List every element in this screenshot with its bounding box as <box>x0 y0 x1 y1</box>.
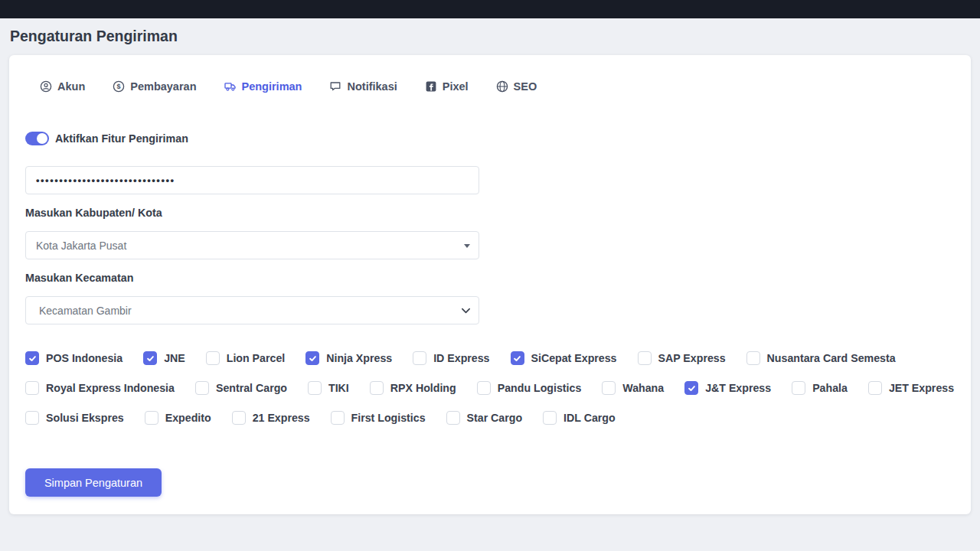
caret-down-icon <box>464 244 470 248</box>
checkbox-icon <box>331 411 345 425</box>
tab-label: Akun <box>57 80 85 93</box>
courier-checkbox-item[interactable]: POS Indonesia <box>25 351 122 365</box>
courier-label: Expedito <box>165 412 211 424</box>
page-title: Pengaturan Pengiriman <box>0 18 980 55</box>
courier-checkbox-item[interactable]: SiCepat Express <box>511 351 617 365</box>
courier-label: SiCepat Express <box>531 352 617 364</box>
courier-label: ID Express <box>433 352 489 364</box>
courier-checkbox-item[interactable]: 21 Express <box>232 411 310 425</box>
checkbox-icon <box>25 351 39 365</box>
courier-label: Star Cargo <box>467 412 523 424</box>
courier-label: SAP Express <box>658 352 726 364</box>
courier-checkbox-item[interactable]: SAP Express <box>638 351 726 365</box>
checkbox-icon <box>143 351 157 365</box>
courier-label: Lion Parcel <box>227 352 285 364</box>
courier-label: Nusantara Card Semesta <box>767 352 896 364</box>
tab-akun[interactable]: Akun <box>40 80 85 93</box>
courier-label: Ninja Xpress <box>326 352 392 364</box>
courier-checkbox-item[interactable]: Solusi Ekspres <box>25 411 124 425</box>
courier-checkbox-item[interactable]: Lion Parcel <box>206 351 285 365</box>
courier-label: Pahala <box>812 382 848 394</box>
checkbox-icon <box>446 411 460 425</box>
shipping-feature-toggle[interactable] <box>25 132 49 145</box>
tab-pengiriman[interactable]: Pengiriman <box>224 80 302 93</box>
courier-checkbox-item[interactable]: JET Express <box>868 381 954 395</box>
checkbox-icon <box>370 381 384 395</box>
district-select-value: Kecamatan Gambir <box>39 305 132 317</box>
checkbox-icon <box>305 351 319 365</box>
globe-icon <box>496 80 508 93</box>
courier-checkbox-item[interactable]: Star Cargo <box>446 411 523 425</box>
courier-row: Royal Express Indonesia Sentral Cargo TI… <box>25 381 955 395</box>
courier-checkbox-group: POS Indonesia JNE Lion Parcel Ninja Xpre… <box>25 351 955 425</box>
city-label: Masukan Kabupaten/ Kota <box>25 207 955 219</box>
courier-label: J&T Express <box>705 382 771 394</box>
courier-label: POS Indonesia <box>46 352 122 364</box>
tab-label: Notifikasi <box>347 80 397 93</box>
tab-label: SEO <box>514 80 537 93</box>
top-bar <box>0 0 980 18</box>
courier-label: RPX Holding <box>390 382 456 394</box>
courier-row: POS Indonesia JNE Lion Parcel Ninja Xpre… <box>25 351 955 365</box>
courier-checkbox-item[interactable]: Royal Express Indonesia <box>25 381 175 395</box>
courier-checkbox-item[interactable]: TIKI <box>308 381 349 395</box>
courier-label: Royal Express Indonesia <box>46 382 175 394</box>
courier-checkbox-item[interactable]: Expedito <box>145 411 211 425</box>
facebook-icon <box>425 80 437 93</box>
checkbox-icon <box>746 351 760 365</box>
checkbox-icon <box>25 381 39 395</box>
district-label: Masukan Kecamatan <box>25 272 955 284</box>
tab-label: Pembayaran <box>130 80 196 93</box>
checkbox-icon <box>145 411 158 425</box>
api-key-input[interactable] <box>25 166 479 194</box>
courier-checkbox-item[interactable]: JNE <box>143 351 185 365</box>
settings-card: Akun $ Pembayaran Pengiriman Notifikasi … <box>9 55 971 514</box>
courier-label: 21 Express <box>253 412 310 424</box>
checkbox-icon <box>25 411 39 425</box>
checkbox-icon <box>638 351 652 365</box>
checkbox-icon <box>308 381 322 395</box>
tab-seo[interactable]: SEO <box>496 80 537 93</box>
checkbox-icon <box>602 381 616 395</box>
checkbox-icon <box>195 381 209 395</box>
tab-label: Pengiriman <box>242 80 302 93</box>
tab-pixel[interactable]: Pixel <box>425 80 469 93</box>
district-select[interactable]: Kecamatan Gambir <box>25 296 479 324</box>
courier-label: JNE <box>164 352 185 364</box>
courier-checkbox-item[interactable]: Sentral Cargo <box>195 381 287 395</box>
courier-label: JET Express <box>889 382 954 394</box>
tab-notifikasi[interactable]: Notifikasi <box>329 80 397 93</box>
toggle-label: Aktifkan Fitur Pengiriman <box>55 132 188 145</box>
courier-label: Pandu Logistics <box>498 382 582 394</box>
courier-checkbox-item[interactable]: J&T Express <box>684 381 771 395</box>
courier-checkbox-item[interactable]: RPX Holding <box>370 381 456 395</box>
save-settings-button[interactable]: Simpan Pengaturan <box>25 468 162 497</box>
checkbox-icon <box>413 351 426 365</box>
dollar-circle-icon: $ <box>113 80 125 93</box>
shipping-feature-toggle-row: Aktifkan Fitur Pengiriman <box>25 132 955 145</box>
courier-checkbox-item[interactable]: IDL Cargo <box>543 411 616 425</box>
tab-label: Pixel <box>443 80 469 93</box>
tab-bar: Akun $ Pembayaran Pengiriman Notifikasi … <box>40 80 955 93</box>
checkbox-icon <box>477 381 491 395</box>
checkbox-icon <box>684 381 698 395</box>
checkbox-icon <box>543 411 557 425</box>
courier-checkbox-item[interactable]: ID Express <box>413 351 489 365</box>
svg-text:$: $ <box>117 83 121 90</box>
courier-checkbox-item[interactable]: Pandu Logistics <box>477 381 582 395</box>
courier-label: TIKI <box>328 382 349 394</box>
tab-pembayaran[interactable]: $ Pembayaran <box>113 80 196 93</box>
courier-row: Solusi Ekspres Expedito 21 Express First… <box>25 411 955 425</box>
courier-checkbox-item[interactable]: Nusantara Card Semesta <box>746 351 896 365</box>
toggle-knob <box>37 133 47 144</box>
courier-label: Sentral Cargo <box>216 382 287 394</box>
courier-label: First Logistics <box>351 412 426 424</box>
courier-checkbox-item[interactable]: First Logistics <box>331 411 426 425</box>
city-select[interactable]: Kota Jakarta Pusat <box>25 231 479 259</box>
courier-checkbox-item[interactable]: Wahana <box>602 381 664 395</box>
courier-checkbox-item[interactable]: Ninja Xpress <box>305 351 392 365</box>
courier-label: Wahana <box>622 382 664 394</box>
courier-label: Solusi Ekspres <box>46 412 124 424</box>
courier-checkbox-item[interactable]: Pahala <box>792 381 848 395</box>
city-select-value: Kota Jakarta Pusat <box>36 240 126 252</box>
